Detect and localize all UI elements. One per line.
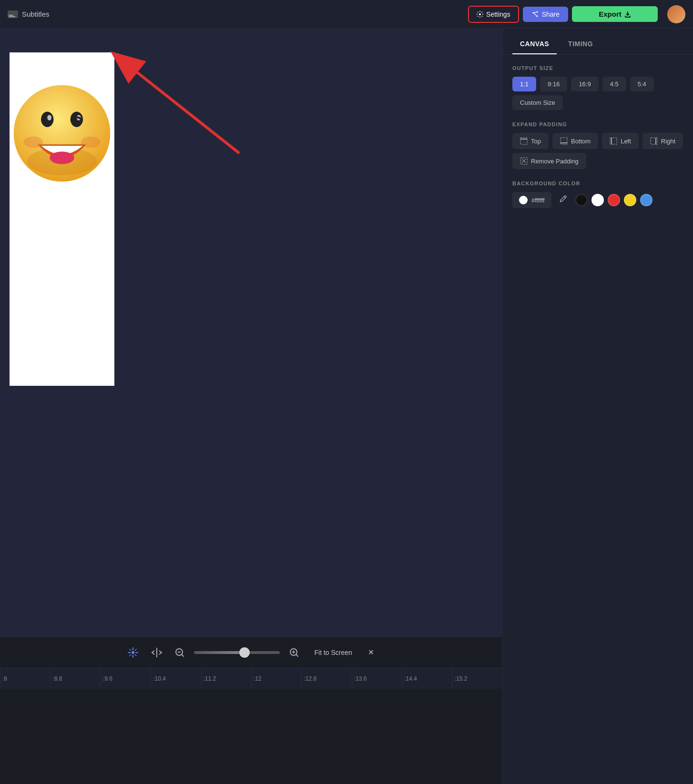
- svg-rect-39: [520, 138, 527, 144]
- tick-5: :12: [251, 668, 301, 689]
- size-16-9[interactable]: 16:9: [571, 77, 598, 91]
- svg-rect-1: [9, 15, 13, 16]
- svg-line-8: [534, 13, 537, 16]
- svg-line-21: [124, 62, 238, 152]
- svg-point-18: [23, 137, 43, 148]
- right-panel: CANVAS TIMING OUTPUT SIZE 1:1 9:16 16:9 …: [502, 29, 693, 784]
- tick-7: :13.6: [352, 668, 402, 689]
- padding-left-icon: [610, 137, 617, 145]
- size-buttons: 1:1 9:16 16:9 4:5 5:4 Custom Size: [512, 77, 683, 110]
- svg-line-7: [534, 12, 537, 12]
- output-size-section: OUTPUT SIZE 1:1 9:16 16:9 4:5 5:4 Custom…: [512, 65, 683, 110]
- eyedropper-icon: [559, 195, 568, 203]
- size-4-5[interactable]: 4:5: [602, 77, 626, 91]
- export-button[interactable]: Export: [572, 6, 658, 22]
- size-9-16[interactable]: 9:16: [540, 77, 567, 91]
- export-label: Export: [599, 10, 622, 18]
- remove-padding-button[interactable]: Remove Padding: [512, 153, 586, 169]
- svg-rect-2: [9, 16, 15, 17]
- padding-right-button[interactable]: Right: [642, 133, 683, 149]
- size-1-1[interactable]: 1:1: [512, 77, 536, 91]
- preset-color-black[interactable]: [575, 194, 588, 206]
- tick-8: :14.4: [402, 668, 452, 689]
- timeline-empty: [0, 689, 502, 784]
- tick-2: :9.6: [101, 668, 151, 689]
- topbar: Subtitles Settings Share Export: [0, 0, 693, 29]
- app-title: Subtitles: [22, 10, 50, 18]
- eyedropper-button[interactable]: [556, 192, 571, 208]
- svg-rect-45: [651, 138, 657, 144]
- close-toolbar-button[interactable]: ×: [365, 645, 378, 660]
- app-logo: Subtitles: [8, 10, 50, 18]
- expand-padding-section: EXPAND PADDING Top Bot: [512, 121, 683, 169]
- snap-button[interactable]: [124, 644, 142, 661]
- svg-rect-43: [610, 138, 617, 144]
- canvas-viewport: [0, 29, 502, 636]
- timeline-ticks: :8 :8.8 :9.6 :10.4 :11.2 :12 :12.8 :13.6…: [0, 668, 502, 689]
- padding-left-button[interactable]: Left: [602, 133, 639, 149]
- padding-top-icon: [520, 137, 528, 145]
- padding-top-button[interactable]: Top: [512, 133, 549, 149]
- svg-rect-41: [561, 138, 567, 144]
- current-color-dot: [519, 196, 528, 204]
- zoom-in-button[interactable]: [286, 645, 302, 660]
- preset-colors: [575, 194, 652, 206]
- padding-bottom-button[interactable]: Bottom: [552, 133, 598, 149]
- preset-color-red[interactable]: [608, 194, 620, 206]
- subtitles-icon: [8, 10, 18, 18]
- padding-buttons: Top Bottom Left: [512, 133, 683, 169]
- svg-line-29: [135, 649, 137, 650]
- svg-line-30: [130, 654, 131, 656]
- preset-color-white[interactable]: [591, 194, 604, 206]
- tick-1: :8.8: [50, 668, 100, 689]
- size-5-4[interactable]: 5:4: [630, 77, 654, 91]
- topbar-left: Subtitles: [8, 10, 463, 18]
- svg-point-5: [536, 11, 538, 12]
- canvas-area: Fit to Screen × :8 :8.8 :9.6 :10.4 :11.2…: [0, 29, 502, 784]
- tick-9: :15.2: [452, 668, 502, 689]
- background-color-section: BACKGROUND COLOR #ffffff: [512, 181, 683, 208]
- tab-timing[interactable]: TIMING: [561, 33, 601, 54]
- color-hex-label: #ffffff: [531, 197, 545, 204]
- zoom-out-icon: [175, 648, 184, 657]
- background-color-label: BACKGROUND COLOR: [512, 181, 683, 186]
- zoom-slider[interactable]: [194, 651, 280, 654]
- custom-size-button[interactable]: Custom Size: [512, 95, 563, 110]
- padding-right-icon: [650, 137, 658, 145]
- remove-padding-icon: [520, 157, 528, 165]
- svg-line-28: [135, 654, 137, 656]
- fit-to-screen-button[interactable]: Fit to Screen: [308, 646, 357, 659]
- share-icon: [531, 11, 539, 18]
- tab-canvas[interactable]: CANVAS: [512, 33, 557, 54]
- tick-0: :8: [0, 668, 50, 689]
- svg-point-12: [41, 112, 53, 127]
- settings-button[interactable]: Settings: [468, 6, 519, 23]
- split-button[interactable]: [148, 644, 165, 661]
- timeline-bar: :8 :8.8 :9.6 :10.4 :11.2 :12 :12.8 :13.6…: [0, 668, 502, 689]
- svg-line-27: [130, 649, 131, 650]
- svg-line-38: [296, 654, 298, 656]
- settings-label: Settings: [486, 10, 510, 18]
- main-layout: Fit to Screen × :8 :8.8 :9.6 :10.4 :11.2…: [0, 29, 693, 784]
- zoom-out-button[interactable]: [172, 645, 187, 660]
- snap-icon: [127, 647, 139, 658]
- tick-4: :11.2: [201, 668, 251, 689]
- split-icon: [151, 647, 163, 658]
- share-button[interactable]: Share: [523, 7, 568, 22]
- gear-icon: [477, 11, 483, 18]
- svg-point-3: [479, 13, 481, 15]
- color-picker-button[interactable]: #ffffff: [512, 192, 551, 208]
- panel-tabs: CANVAS TIMING: [503, 33, 693, 55]
- preset-color-yellow[interactable]: [624, 194, 636, 206]
- media-preview: [10, 52, 114, 386]
- tick-3: :10.4: [151, 668, 201, 689]
- svg-point-17: [50, 151, 74, 164]
- svg-point-14: [47, 115, 51, 121]
- svg-point-19: [81, 137, 101, 148]
- panel-content: OUTPUT SIZE 1:1 9:16 16:9 4:5 5:4 Custom…: [503, 55, 693, 219]
- preset-color-blue[interactable]: [640, 194, 652, 206]
- svg-point-22: [132, 651, 134, 654]
- topbar-center: Settings Share Export: [468, 6, 658, 23]
- output-size-label: OUTPUT SIZE: [512, 65, 683, 71]
- export-icon: [624, 11, 631, 18]
